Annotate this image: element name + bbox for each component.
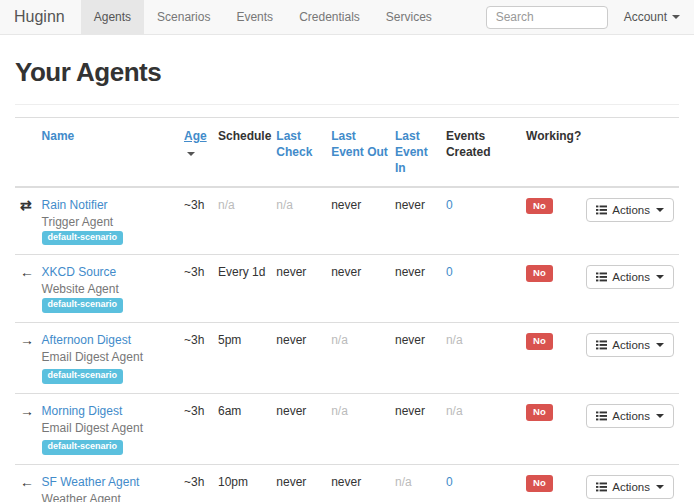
agent-name-link[interactable]: Morning Digest [42,404,123,418]
main-nav: Agents Scenarios Events Credentials Serv… [81,0,445,34]
working-badge: No [526,475,553,491]
table-row: ⇄ Rain Notifier Trigger Agent default-sc… [15,187,679,255]
agent-subline: Email Digest Agent default-scenario [42,350,179,384]
scenario-badge[interactable]: default-scenario [42,298,124,313]
chevron-down-icon [672,15,680,19]
actions-label: Actions [612,410,650,422]
agent-name-link[interactable]: SF Weather Agent [42,475,140,489]
column-header-actions [586,118,679,187]
chevron-down-icon [656,485,664,489]
column-header-icon [15,118,42,187]
agents-table-body: ⇄ Rain Notifier Trigger Agent default-sc… [15,187,679,502]
events-created-value[interactable]: 0 [446,475,453,489]
last-check-value: never [276,333,306,347]
list-icon [596,272,607,282]
agent-name-link[interactable]: XKCD Source [42,265,117,279]
column-header-age[interactable]: Age [184,118,218,187]
last-event-out-value: never [331,475,361,489]
table-row: ← XKCD Source Website Agent default-scen… [15,255,679,323]
agent-type-label: Email Digest Agent [42,421,143,435]
table-row: → Afternoon Digest Email Digest Agent de… [15,323,679,394]
chevron-down-icon [656,275,664,279]
column-header-last-event-in[interactable]: Last Event In [395,118,446,187]
navbar: Huginn Agents Scenarios Events Credentia… [0,0,694,35]
working-badge: No [526,265,553,281]
last-event-out-value: never [331,198,361,212]
age-value: ~3h [184,404,204,418]
agent-type-label: Website Agent [42,282,119,296]
last-event-in-value: never [395,265,425,279]
page-title: Your Agents [15,57,679,88]
column-header-last-event-out[interactable]: Last Event Out [331,118,395,187]
agent-subline: Trigger Agent default-scenario [42,215,179,246]
actions-label: Actions [612,481,650,493]
chevron-down-icon [656,208,664,212]
list-icon [596,205,607,215]
actions-label: Actions [612,204,650,216]
column-header-events-created: Events Created [446,118,526,187]
events-created-value[interactable]: 0 [446,198,453,212]
age-value: ~3h [184,333,204,347]
nav-item-scenarios[interactable]: Scenarios [144,0,223,34]
working-badge: No [526,333,553,349]
nav-item-services[interactable]: Services [373,0,445,34]
brand-huginn[interactable]: Huginn [0,0,81,34]
table-header-row: Name Age Schedule Last Check Last Event … [15,118,679,187]
last-check-value: never [276,475,306,489]
scenario-badge[interactable]: default-scenario [42,231,124,246]
nav-item-events[interactable]: Events [223,0,286,34]
scenario-badge[interactable]: default-scenario [42,440,124,455]
agent-subline: Weather Agent default-scenario [42,492,179,502]
events-created-value: n/a [446,333,463,347]
table-row: → Morning Digest Email Digest Agent defa… [15,394,679,465]
age-value: ~3h [184,265,204,279]
actions-button[interactable]: Actions [586,475,674,499]
events-created-value[interactable]: 0 [446,265,453,279]
sort-descending-icon [187,152,195,156]
agent-type-label: Weather Agent [42,492,121,502]
agent-name-link[interactable]: Afternoon Digest [42,333,131,347]
actions-button[interactable]: Actions [586,404,674,428]
scenario-badge[interactable]: default-scenario [42,369,124,384]
last-check-value: never [276,265,306,279]
account-label: Account [624,10,667,24]
last-check-value: never [276,404,306,418]
nav-item-credentials[interactable]: Credentials [286,0,373,34]
schedule-value: 6am [218,404,241,418]
age-value: ~3h [184,475,204,489]
column-header-name[interactable]: Name [42,118,184,187]
nav-item-agents[interactable]: Agents [81,0,144,34]
actions-label: Actions [612,339,650,351]
last-event-out-value: n/a [331,404,348,418]
actions-button[interactable]: Actions [586,265,674,289]
working-badge: No [526,198,553,214]
schedule-value: 10pm [218,475,248,489]
agent-name-link[interactable]: Rain Notifier [42,198,108,212]
chevron-down-icon [656,414,664,418]
list-icon [596,340,607,350]
last-event-in-value: never [395,404,425,418]
search-input[interactable] [486,6,608,29]
column-header-last-check[interactable]: Last Check [276,118,331,187]
schedule-value: 5pm [218,333,241,347]
list-icon [596,411,607,421]
arrow-left-icon: ← [20,474,34,490]
divider [15,104,679,105]
transfer-icon: ⇄ [20,197,32,213]
agents-table: Name Age Schedule Last Check Last Event … [15,117,679,502]
arrow-right-icon: → [20,332,34,348]
column-header-working: Working? [526,118,586,187]
arrow-right-icon: → [20,403,34,419]
agent-subline: Website Agent default-scenario [42,282,179,313]
age-value: ~3h [184,198,204,212]
last-check-value: n/a [276,198,293,212]
agent-type-label: Email Digest Agent [42,350,143,364]
account-menu[interactable]: Account [624,10,680,24]
events-created-value: n/a [446,404,463,418]
last-event-out-value: never [331,265,361,279]
actions-label: Actions [612,271,650,283]
actions-button[interactable]: Actions [586,333,674,357]
column-header-schedule: Schedule [218,118,276,187]
actions-button[interactable]: Actions [586,198,674,222]
last-event-out-value: n/a [331,333,348,347]
